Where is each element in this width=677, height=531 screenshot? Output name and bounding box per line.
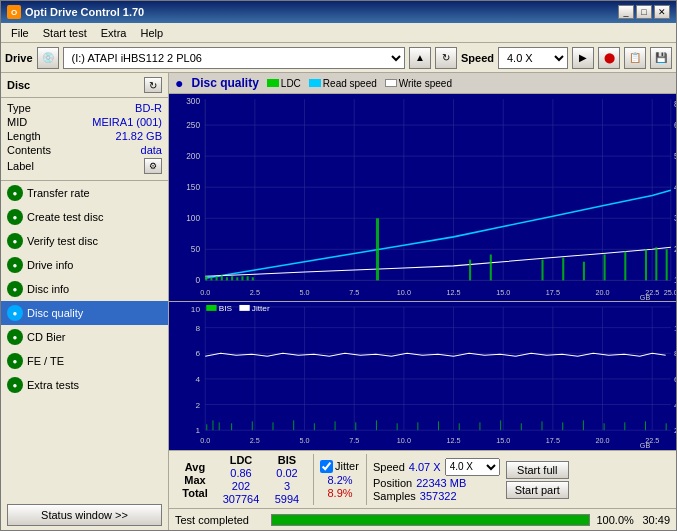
eject-button[interactable]: ▲: [409, 47, 431, 69]
save-btn[interactable]: 💾: [650, 47, 672, 69]
svg-text:6X: 6X: [674, 121, 676, 130]
disc-mid-value: MEIRA1 (001): [92, 116, 162, 128]
copy-btn[interactable]: 📋: [624, 47, 646, 69]
jitter-checkbox[interactable]: [320, 460, 333, 473]
sidebar-item-transfer-rate[interactable]: ● Transfer rate: [1, 181, 168, 205]
verify-test-disc-icon: ●: [7, 233, 23, 249]
close-button[interactable]: ✕: [654, 5, 670, 19]
disc-type-row: Type BD-R: [7, 102, 162, 114]
disc-quality-label: Disc quality: [27, 307, 83, 319]
drive-info-icon: ●: [7, 257, 23, 273]
progress-bar-container: Test completed 100.0% 30:49: [169, 508, 676, 530]
sidebar-item-disc-quality[interactable]: ● Disc quality: [1, 301, 168, 325]
svg-text:2.5: 2.5: [250, 437, 260, 444]
svg-text:5X: 5X: [674, 152, 676, 161]
menu-help[interactable]: Help: [134, 25, 169, 41]
sidebar-item-fe-te[interactable]: ● FE / TE: [1, 349, 168, 373]
progress-status-label: Test completed: [175, 514, 265, 526]
svg-rect-49: [221, 275, 223, 280]
svg-rect-51: [231, 276, 233, 280]
svg-rect-129: [645, 421, 646, 430]
svg-text:10%: 10%: [674, 324, 676, 333]
start-part-button[interactable]: Start part: [506, 481, 569, 499]
speed-right-btn[interactable]: ▶: [572, 47, 594, 69]
sidebar-item-disc-info[interactable]: ● Disc info: [1, 277, 168, 301]
stats-avg-jitter: 8.2%: [320, 474, 360, 486]
bottom-chart-svg: 1 2 4 6 8 10 2% 4% 6% 8% 10% 0.0: [169, 302, 676, 450]
drive-refresh-button[interactable]: ↻: [435, 47, 457, 69]
transfer-rate-label: Transfer rate: [27, 187, 90, 199]
svg-text:2: 2: [195, 401, 200, 410]
sidebar-item-extra-tests[interactable]: ● Extra tests: [1, 373, 168, 397]
jitter-checkbox-item: Jitter: [320, 460, 360, 473]
svg-rect-64: [645, 249, 647, 280]
stats-avg-ldc: 0.86: [221, 467, 261, 479]
svg-text:1: 1: [195, 426, 200, 435]
menu-extra[interactable]: Extra: [95, 25, 133, 41]
sidebar-item-cd-bier[interactable]: ● CD Bier: [1, 325, 168, 349]
disc-length-value: 21.82 GB: [116, 130, 162, 142]
disc-contents-label: Contents: [7, 144, 51, 156]
stats-col-ldc: LDC 0.86 202 307764: [221, 454, 261, 505]
svg-rect-123: [521, 423, 522, 430]
speed-stat-value: 4.07 X: [409, 461, 441, 473]
disc-contents-row: Contents data: [7, 144, 162, 156]
stats-bar: Avg Max Total LDC 0.86 202 307764 BIS 0.…: [169, 450, 676, 508]
svg-rect-110: [252, 421, 253, 430]
svg-rect-128: [624, 422, 625, 430]
svg-text:0: 0: [195, 276, 200, 285]
drive-select[interactable]: (I:) ATAPI iHBS112 2 PL06: [63, 47, 405, 69]
svg-text:15.0: 15.0: [496, 288, 510, 297]
restore-button[interactable]: □: [636, 5, 652, 19]
status-window-button[interactable]: Status window >>: [7, 504, 162, 526]
progress-fill: [272, 515, 589, 525]
svg-text:2X: 2X: [674, 245, 676, 254]
speed-label: Speed: [461, 52, 494, 64]
svg-text:8: 8: [195, 324, 200, 333]
cd-bier-label: CD Bier: [27, 331, 66, 343]
svg-text:5.0: 5.0: [300, 437, 310, 444]
speed-stat-select[interactable]: 4.0 X: [445, 458, 500, 476]
svg-rect-124: [541, 421, 542, 430]
start-full-button[interactable]: Start full: [506, 461, 569, 479]
svg-text:2%: 2%: [674, 426, 676, 435]
title-bar: O Opti Drive Control 1.70 _ □ ✕: [1, 1, 676, 23]
position-row: Position 22343 MB: [373, 477, 500, 489]
svg-text:20.0: 20.0: [595, 288, 609, 297]
disc-label-row: Label ⚙: [7, 158, 162, 174]
menu-file[interactable]: File: [5, 25, 35, 41]
menu-start-test[interactable]: Start test: [37, 25, 93, 41]
title-controls: _ □ ✕: [618, 5, 670, 19]
svg-rect-60: [562, 258, 564, 281]
sidebar-item-create-test-disc[interactable]: ● Create test disc: [1, 205, 168, 229]
main-area: Disc ↻ Type BD-R MID MEIRA1 (001) Length…: [1, 73, 676, 530]
progress-time: 30:49: [642, 514, 670, 526]
svg-rect-118: [417, 422, 418, 430]
svg-rect-114: [335, 421, 336, 430]
speed-select[interactable]: 4.0 X: [498, 47, 568, 69]
svg-rect-53: [241, 276, 243, 280]
svg-text:10.0: 10.0: [397, 288, 411, 297]
stats-col-jitter: Jitter 8.2% 8.9%: [320, 460, 360, 500]
minimize-button[interactable]: _: [618, 5, 634, 19]
stats-avg-bis: 0.02: [267, 467, 307, 479]
svg-rect-133: [239, 305, 249, 311]
stats-bis-header: BIS: [267, 454, 307, 466]
svg-text:15.0: 15.0: [496, 437, 510, 444]
drive-icon-btn[interactable]: 💿: [37, 47, 59, 69]
svg-rect-108: [219, 422, 220, 430]
svg-text:6%: 6%: [674, 375, 676, 384]
position-label: Position: [373, 477, 412, 489]
disc-label-icon-button[interactable]: ⚙: [144, 158, 162, 174]
svg-rect-116: [376, 420, 377, 430]
erase-btn[interactable]: ⬤: [598, 47, 620, 69]
svg-rect-58: [490, 254, 492, 280]
window-title: Opti Drive Control 1.70: [25, 6, 144, 18]
disc-refresh-button[interactable]: ↻: [144, 77, 162, 93]
legend-read-speed: Read speed: [309, 78, 377, 89]
sidebar-item-drive-info[interactable]: ● Drive info: [1, 253, 168, 277]
jitter-checkbox-label: Jitter: [335, 460, 359, 472]
legend-ldc-color: [267, 79, 279, 87]
action-buttons: Start full Start part: [506, 461, 569, 499]
sidebar-item-verify-test-disc[interactable]: ● Verify test disc: [1, 229, 168, 253]
